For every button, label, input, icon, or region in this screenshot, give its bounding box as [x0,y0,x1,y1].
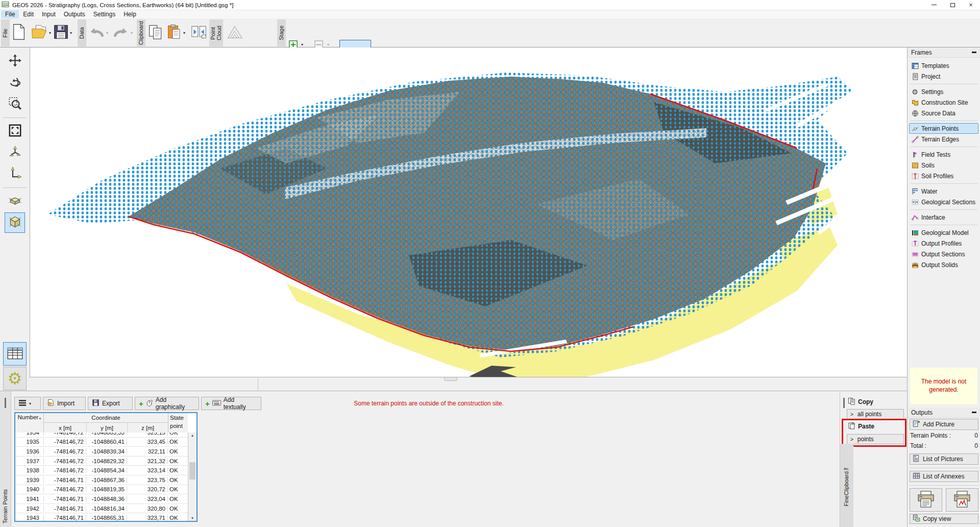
pan-tool-button[interactable] [5,51,25,71]
new-file-button[interactable] [12,20,26,45]
table-row[interactable]: 1936-748146,72-1048839,34322,11OK [15,447,188,457]
menu-item-input[interactable]: Input [38,10,60,18]
open-file-button[interactable]: ▾ [31,20,51,45]
table-menu-button[interactable]: ▾ [14,397,41,410]
close-button[interactable]: × [962,0,980,10]
frames-item-output-sections[interactable]: Output Sections [909,249,978,259]
compare-data-button[interactable] [191,20,207,45]
frames-item-soils[interactable]: Soils [909,160,978,171]
column-header-coordinate[interactable]: Coordinate [44,413,168,423]
list-of-pictures-button[interactable]: List of Pictures [910,453,978,465]
table-row[interactable]: 1934-748146,72-1048883,33325,15OK [15,433,188,438]
view-settings-gear-button[interactable]: ⚙ [3,367,27,390]
cell-state: OK [168,448,188,454]
axes-2d-tool-button[interactable] [5,164,25,184]
undo-button[interactable]: ▾ [88,20,108,45]
frames-item-templates[interactable]: Templates [909,60,978,71]
add-graphically-button[interactable]: + Add graphically [135,397,199,410]
menu-item-settings[interactable]: Settings [89,10,119,18]
scroll-down-icon[interactable]: ▼ [191,516,194,520]
paste-dropdown-caret-icon[interactable]: ▾ [183,31,185,35]
frames-item-soil-profiles[interactable]: Soil Profiles [909,171,978,181]
import-button[interactable]: Import [43,397,86,410]
table-row[interactable]: 1935-748146,72-1048860,41323,45OK [15,438,188,447]
terrain-points-table: Number ▴ Coordinate State point x [m] y … [14,412,198,522]
cell-state: OK [168,467,188,473]
column-header-y[interactable]: y [m] [86,423,127,433]
copy-all-points-button[interactable]: > all points [847,409,904,419]
printer-icon [916,490,936,510]
frames-item-source-data[interactable]: Source Data [909,108,978,118]
column-header-number[interactable]: Number ▴ [15,413,44,433]
print-report-button[interactable] [946,488,978,512]
list-of-annexes-button[interactable]: List of Annexes [910,471,978,482]
table-row[interactable]: 1939-748146,71-1048867,36323,75OK [15,475,188,485]
frames-item-output-profiles[interactable]: Output Profiles [909,238,978,249]
frames-item-field-tests[interactable]: Field Tests [909,149,978,160]
menu-item-help[interactable]: Help [119,10,140,18]
terrain-points-side-tab[interactable]: Terrain Points [0,391,11,527]
frames-item-geological-sections[interactable]: Geological Sections [909,197,978,207]
minimize-button[interactable] [925,0,943,10]
paste-points-button[interactable]: > points [847,434,904,444]
copy-button[interactable] [148,20,163,45]
paste-button[interactable]: ▾ [166,20,185,45]
column-header-z[interactable]: z [m] [127,423,168,433]
point-cloud-button[interactable] [227,20,243,45]
print-button[interactable] [910,488,942,512]
scrollbar-thumb[interactable] [189,462,195,480]
frames-item-interface[interactable]: Interface [909,212,978,223]
axonometry-view-tool-button[interactable] [5,212,25,233]
collapse-outputs-panel-icon[interactable] [972,412,976,413]
add-picture-button[interactable]: Add Picture [910,419,978,430]
copy-view-button[interactable]: Copy view [910,514,978,524]
frames-item-terrain-edges[interactable]: Terrain Edges [909,134,978,145]
open-dropdown-caret-icon[interactable]: ▾ [49,31,51,35]
column-header-state[interactable]: State point [168,413,188,433]
3d-viewport[interactable] [30,47,907,377]
frames-item-water[interactable]: Water [909,186,978,197]
cell-y: -1048883,33 [86,433,127,436]
table-scrollbar[interactable]: ▲ ▼ [188,433,197,521]
add-stage-caret[interactable]: ▾ [301,42,303,47]
undo-arrow-icon [88,25,105,40]
table-row[interactable]: 1938-748146,72-1048854,34323,14OK [15,466,188,475]
table-view-button[interactable] [3,342,27,366]
table-row[interactable]: 1943-748146,71-1048865,31323,71OK [15,513,188,521]
frames-item-output-solids[interactable]: Output Solids [909,259,978,270]
menu-item-edit[interactable]: Edit [19,10,38,18]
save-dropdown-caret-icon[interactable]: ▾ [70,31,72,35]
collapse-frames-panel-icon[interactable] [972,52,976,53]
frames-item-geological-model[interactable]: Geological Model [909,227,978,238]
zoom-window-tool-button[interactable] [5,94,25,114]
frames-item-terrain-points[interactable]: Terrain Points [909,123,978,134]
cell-state: OK [168,439,188,445]
table-row[interactable]: 1941-748146,71-1048848,36323,04OK [15,494,188,504]
panel-grip-handle[interactable] [843,398,845,408]
menu-item-file[interactable]: File [1,10,19,18]
axes-3d-tool-button[interactable] [5,142,25,163]
menu-item-outputs[interactable]: Outputs [60,10,89,18]
table-row[interactable]: 1942-748146,71-1048816,34320,80OK [15,504,188,514]
compare-documents-icon [191,25,207,41]
frames-item-project[interactable]: Project [909,71,978,82]
maximize-button[interactable] [943,0,962,10]
save-file-button[interactable]: ▾ [53,20,72,45]
perspective-view-tool-button[interactable] [5,191,25,211]
scroll-up-icon[interactable]: ▲ [191,434,194,437]
column-header-x[interactable]: x [m] [44,423,86,433]
redo-button[interactable]: ▾ [112,20,133,45]
frames-divider [910,147,977,147]
panel-splitter-handle[interactable] [444,377,457,381]
fit-view-tool-button[interactable] [5,121,25,141]
frames-item-settings[interactable]: ⚙Settings [909,86,978,97]
frames-item-construction-site[interactable]: Construction Site [909,97,978,108]
add-textually-button[interactable]: + Add textually [201,397,261,410]
export-button[interactable]: Export [88,397,133,410]
panel-grip-handle[interactable] [5,398,6,408]
table-row[interactable]: 1937-748146,72-1048829,32321,32OK [15,457,188,466]
frames-item-label: Field Tests [921,151,950,158]
rotate-tool-button[interactable] [5,73,25,93]
table-row[interactable]: 1940-748146,72-1048819,35320,72OK [15,485,188,495]
cell-x: -748146,71 [44,506,86,512]
